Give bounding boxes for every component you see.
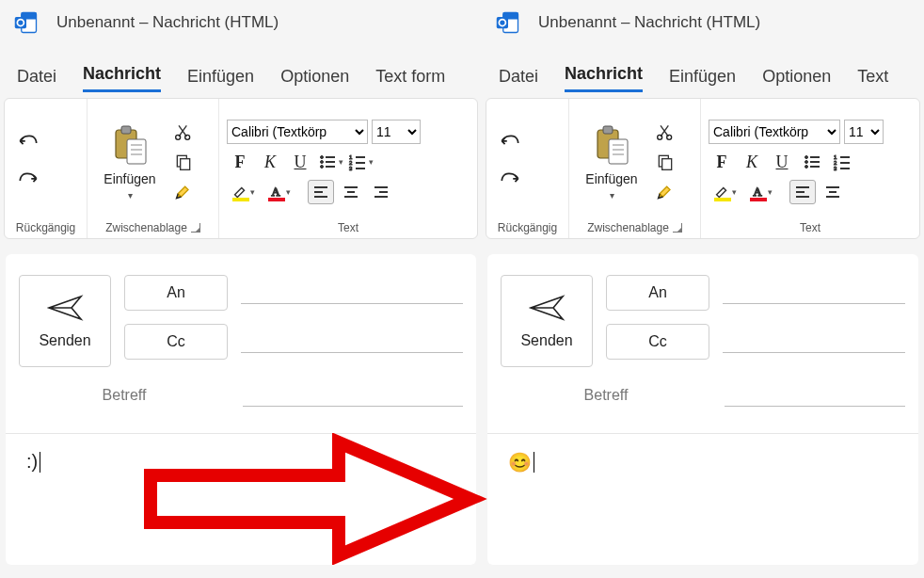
bold-button[interactable]: F [709, 150, 735, 174]
svg-rect-5 [121, 126, 131, 134]
font-size-select[interactable]: 11 [372, 120, 421, 144]
svg-rect-49 [662, 159, 672, 170]
svg-point-11 [185, 135, 190, 139]
compose-area: Senden An Cc Betreff 😊 [487, 254, 918, 565]
body-text: 😊 [508, 451, 532, 474]
menu-bar: Datei Nachricht Einfügen Optionen Text f… [0, 45, 482, 92]
highlight-color-button[interactable]: ▾ [227, 180, 259, 204]
cc-field[interactable] [723, 330, 905, 353]
copy-button[interactable] [170, 150, 197, 174]
subject-field[interactable] [243, 384, 463, 407]
menu-bar: Datei Nachricht Einfügen Optionen Text [482, 45, 924, 92]
undo-button[interactable] [12, 129, 44, 157]
cc-button[interactable]: Cc [124, 324, 228, 360]
message-body[interactable]: 😊 [487, 433, 918, 490]
svg-point-15 [320, 161, 323, 164]
chevron-down-icon: ▾ [369, 157, 374, 167]
ribbon: Rückgängig Einfügen ▾ [4, 98, 478, 239]
menu-file[interactable]: Datei [17, 67, 56, 92]
dialog-launcher-icon[interactable] [673, 223, 682, 233]
svg-point-46 [658, 135, 662, 139]
svg-text:3: 3 [834, 166, 837, 171]
align-left-button[interactable] [308, 180, 334, 204]
undo-button[interactable] [494, 129, 526, 157]
menu-insert[interactable]: Einfügen [669, 67, 736, 92]
chevron-down-icon: ▾ [732, 187, 737, 197]
send-button[interactable]: Senden [501, 275, 593, 367]
text-cursor [534, 452, 534, 473]
redo-button[interactable] [494, 167, 526, 195]
svg-point-10 [176, 135, 181, 139]
align-left-button[interactable] [789, 180, 816, 204]
font-name-select[interactable]: Calibri (Textkörp [227, 120, 368, 144]
bullet-list-button[interactable] [799, 150, 825, 174]
font-size-select[interactable]: 11 [844, 120, 884, 144]
menu-insert[interactable]: Einfügen [187, 67, 254, 92]
group-label-clipboard: Zwischenablage [577, 219, 693, 236]
svg-text:A: A [753, 185, 761, 199]
group-label-clipboard: Zwischenablage [95, 219, 211, 236]
numbered-list-button[interactable]: 123 ▾ [347, 150, 374, 174]
outlook-window-left: Unbenannt – Nachricht (HTML) Datei Nachr… [0, 0, 482, 578]
to-button[interactable]: An [606, 275, 709, 311]
redo-button[interactable] [12, 167, 44, 195]
send-button[interactable]: Senden [19, 275, 111, 367]
chevron-down-icon: ▾ [250, 187, 255, 197]
italic-button[interactable]: K [739, 150, 765, 174]
to-button[interactable]: An [124, 275, 228, 311]
menu-file[interactable]: Datei [499, 67, 538, 92]
format-painter-button[interactable] [652, 180, 678, 204]
cc-field[interactable] [241, 330, 463, 353]
message-body[interactable]: :) [6, 433, 476, 490]
cut-button[interactable] [170, 120, 197, 144]
menu-options[interactable]: Optionen [762, 67, 831, 92]
outlook-icon [13, 9, 40, 36]
align-right-button[interactable] [368, 180, 394, 204]
chevron-down-icon: ▾ [610, 190, 614, 201]
menu-message[interactable]: Nachricht [83, 64, 161, 92]
compose-area: Senden An Cc Betreff :) [6, 254, 476, 565]
font-color-button[interactable]: A ▾ [263, 180, 295, 204]
to-field[interactable] [241, 281, 463, 304]
group-label-text: Text [709, 219, 912, 236]
menu-options[interactable]: Optionen [280, 67, 349, 92]
svg-rect-42 [609, 139, 628, 164]
chevron-down-icon: ▾ [286, 187, 291, 197]
menu-text-format[interactable]: Text [857, 67, 888, 92]
font-name-select[interactable]: Calibri (Textkörp [709, 120, 840, 144]
clipboard-group-text: Zwischenablage [587, 221, 669, 234]
outlook-window-right: Unbenannt – Nachricht (HTML) Datei Nachr… [482, 0, 924, 578]
align-center-button[interactable] [820, 180, 846, 204]
paste-button[interactable]: Einfügen ▾ [577, 124, 646, 201]
copy-button[interactable] [652, 150, 678, 174]
send-label: Senden [39, 332, 90, 349]
text-cursor [40, 452, 40, 473]
font-color-button[interactable]: A ▾ [744, 180, 776, 204]
window-title: Unbenannt – Nachricht (HTML) [538, 13, 760, 32]
ribbon-group-undo: Rückgängig [5, 99, 88, 238]
to-field[interactable] [723, 281, 905, 304]
group-label-undo: Rückgängig [494, 219, 561, 236]
outlook-icon [495, 9, 521, 36]
dialog-launcher-icon[interactable] [191, 223, 200, 233]
cc-button[interactable]: Cc [606, 324, 709, 360]
subject-field[interactable] [725, 384, 905, 407]
svg-text:3: 3 [349, 166, 353, 171]
paste-button[interactable]: Einfügen ▾ [95, 124, 165, 201]
menu-text-format[interactable]: Text form [375, 67, 445, 92]
format-painter-button[interactable] [170, 180, 197, 204]
bold-button[interactable]: F [227, 150, 253, 174]
paste-label: Einfügen [585, 171, 637, 186]
menu-message[interactable]: Nachricht [565, 64, 643, 92]
bullet-list-button[interactable]: ▾ [317, 150, 343, 174]
underline-button[interactable]: U [769, 150, 795, 174]
highlight-color-button[interactable]: ▾ [709, 180, 741, 204]
svg-point-47 [667, 135, 672, 139]
cut-button[interactable] [652, 120, 678, 144]
ribbon-group-clipboard: Einfügen ▾ Zwischenablage [569, 99, 701, 238]
underline-button[interactable]: U [287, 150, 313, 174]
italic-button[interactable]: K [257, 150, 283, 174]
align-center-button[interactable] [338, 180, 364, 204]
numbered-list-button[interactable]: 123 [829, 150, 855, 174]
ribbon-group-undo: Rückgängig [486, 99, 569, 238]
